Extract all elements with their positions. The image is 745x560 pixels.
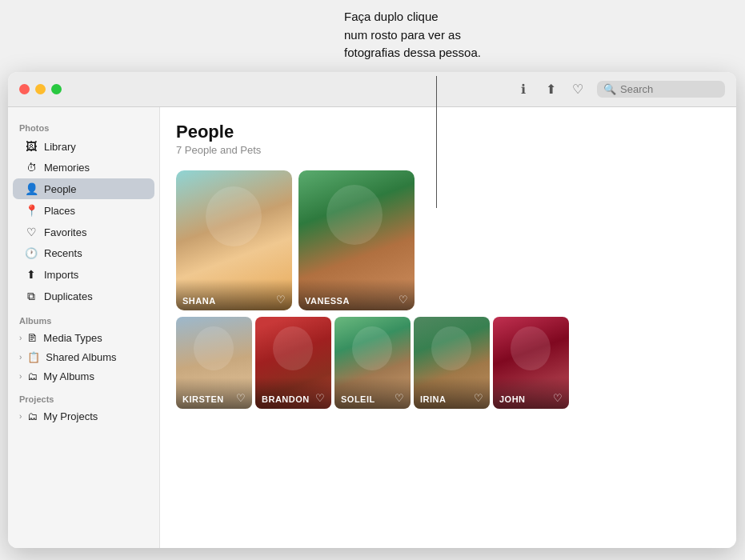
memories-icon: ⏱ bbox=[24, 162, 38, 174]
sidebar-item-recents[interactable]: 🕐 Recents bbox=[13, 243, 154, 263]
person-label-vanessa: Vanessa ♡ bbox=[298, 279, 415, 310]
person-card-john[interactable]: John ♡ bbox=[493, 317, 569, 409]
person-heart-soleil[interactable]: ♡ bbox=[395, 392, 404, 404]
sidebar: Photos 🖼 Library ⏱ Memories 👤 People 📍 P… bbox=[8, 107, 160, 548]
person-label-kirsten: Kirsten ♡ bbox=[176, 378, 252, 409]
person-label-soleil: Soleil ♡ bbox=[334, 378, 411, 409]
sidebar-item-favorites[interactable]: ♡ Favorites bbox=[13, 222, 154, 242]
sidebar-item-media-types[interactable]: › 🖹 Media Types bbox=[13, 329, 154, 347]
person-label-john: John ♡ bbox=[493, 378, 569, 409]
person-label-irina: Irina ♡ bbox=[414, 378, 490, 409]
person-name-shana: Shana bbox=[182, 296, 216, 306]
shared-albums-icon: 📋 bbox=[27, 351, 40, 363]
person-heart-kirsten[interactable]: ♡ bbox=[236, 392, 246, 404]
person-heart-john[interactable]: ♡ bbox=[553, 392, 563, 404]
window-body: Photos 🖼 Library ⏱ Memories 👤 People 📍 P… bbox=[8, 107, 736, 548]
imports-icon: ⬆ bbox=[24, 268, 38, 281]
person-name-kirsten: Kirsten bbox=[182, 394, 224, 404]
callout-text: Faça duplo clique num rosto para ver as … bbox=[344, 10, 481, 59]
person-card-vanessa[interactable]: Vanessa ♡ bbox=[298, 170, 415, 310]
chevron-icon: › bbox=[19, 334, 22, 342]
media-types-icon: 🖹 bbox=[27, 332, 38, 344]
minimize-button[interactable] bbox=[35, 84, 46, 94]
person-name-john: John bbox=[499, 394, 526, 404]
main-content: People 7 People and Pets Shana ♡ Vanessa… bbox=[160, 107, 736, 548]
photos-section-label: Photos bbox=[8, 115, 159, 135]
page-subtitle: 7 People and Pets bbox=[176, 144, 720, 156]
places-icon: 📍 bbox=[24, 204, 38, 217]
person-heart-shana[interactable]: ♡ bbox=[276, 294, 286, 306]
person-card-soleil[interactable]: Soleil ♡ bbox=[334, 317, 411, 409]
sidebar-item-shared-albums[interactable]: › 📋 Shared Albums bbox=[13, 348, 154, 366]
close-button[interactable] bbox=[19, 84, 30, 94]
sidebar-item-memories[interactable]: ⏱ Memories bbox=[13, 158, 154, 178]
favorites-icon: ♡ bbox=[24, 226, 38, 238]
person-card-kirsten[interactable]: Kirsten ♡ bbox=[176, 317, 252, 409]
person-label-shana: Shana ♡ bbox=[176, 279, 292, 310]
recents-icon: 🕐 bbox=[24, 247, 38, 259]
my-albums-icon: 🗂 bbox=[27, 370, 38, 382]
people-grid-top: Shana ♡ Vanessa ♡ bbox=[176, 170, 720, 310]
callout-tooltip: Faça duplo clique num rosto para ver as … bbox=[344, 8, 552, 62]
toolbar: ℹ ⬆ ♡ 🔍 bbox=[515, 81, 725, 98]
people-icon: 👤 bbox=[24, 182, 38, 195]
person-card-irina[interactable]: Irina ♡ bbox=[414, 317, 490, 409]
sidebar-item-my-projects[interactable]: › 🗂 My Projects bbox=[13, 407, 154, 426]
person-label-brandon: Brandon ♡ bbox=[255, 378, 331, 409]
albums-section-label: Albums bbox=[8, 308, 159, 328]
person-card-brandon[interactable]: Brandon ♡ bbox=[255, 317, 331, 409]
callout-line bbox=[436, 76, 437, 208]
info-button[interactable]: ℹ bbox=[515, 82, 531, 98]
person-card-shana[interactable]: Shana ♡ bbox=[176, 170, 292, 310]
search-icon: 🔍 bbox=[603, 83, 616, 95]
person-name-vanessa: Vanessa bbox=[305, 296, 350, 306]
person-heart-irina[interactable]: ♡ bbox=[474, 392, 483, 404]
library-icon: 🖼 bbox=[24, 140, 38, 153]
person-name-soleil: Soleil bbox=[341, 394, 375, 404]
person-heart-brandon[interactable]: ♡ bbox=[315, 392, 325, 404]
sidebar-item-imports[interactable]: ⬆ Imports bbox=[13, 264, 154, 285]
projects-section-label: Projects bbox=[8, 386, 159, 406]
sidebar-item-duplicates[interactable]: ⧉ Duplicates bbox=[13, 286, 154, 307]
maximize-button[interactable] bbox=[51, 84, 62, 94]
person-heart-vanessa[interactable]: ♡ bbox=[399, 294, 408, 306]
titlebar: ℹ ⬆ ♡ 🔍 bbox=[8, 72, 736, 107]
sidebar-item-library[interactable]: 🖼 Library bbox=[13, 136, 154, 157]
person-name-brandon: Brandon bbox=[262, 394, 310, 404]
photos-window: ℹ ⬆ ♡ 🔍 Photos 🖼 Library ⏱ Memories 👤 bbox=[8, 72, 736, 548]
chevron-icon: › bbox=[19, 353, 22, 362]
chevron-icon: › bbox=[19, 412, 22, 421]
person-name-irina: Irina bbox=[420, 394, 446, 404]
sidebar-item-places[interactable]: 📍 Places bbox=[13, 200, 154, 221]
chevron-icon: › bbox=[19, 372, 22, 381]
sidebar-item-people[interactable]: 👤 People bbox=[13, 178, 154, 199]
search-input[interactable] bbox=[620, 83, 716, 95]
my-projects-icon: 🗂 bbox=[27, 410, 38, 422]
traffic-lights bbox=[19, 84, 62, 94]
search-bar[interactable]: 🔍 bbox=[597, 81, 725, 98]
page-title: People bbox=[176, 122, 720, 142]
sidebar-item-my-albums[interactable]: › 🗂 My Albums bbox=[13, 367, 154, 386]
share-button[interactable]: ⬆ bbox=[543, 82, 559, 98]
duplicates-icon: ⧉ bbox=[24, 290, 38, 303]
heart-button[interactable]: ♡ bbox=[570, 82, 586, 98]
people-grid-bottom: Kirsten ♡ Brandon ♡ Soleil ♡ bbox=[176, 317, 720, 409]
